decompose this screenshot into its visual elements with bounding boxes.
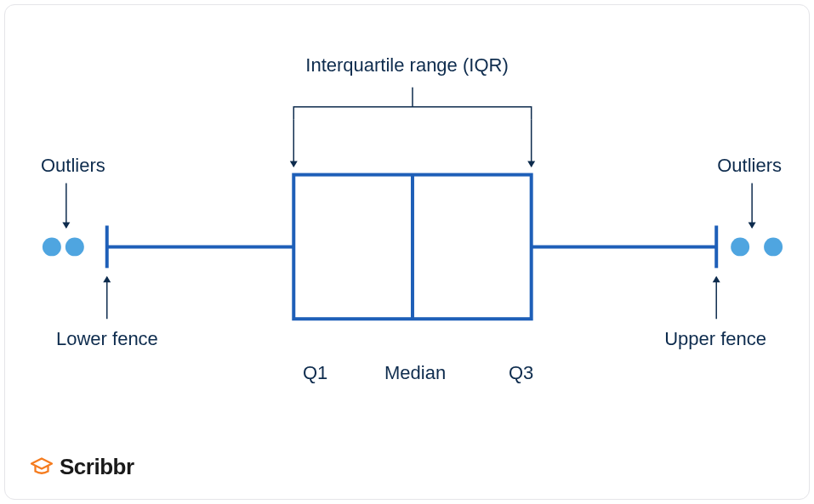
label-q3: Q3	[509, 362, 533, 384]
diagram-frame: Interquartile range (IQR) Outliers Outli…	[4, 4, 810, 500]
label-outliers-right: Outliers	[717, 155, 782, 177]
brand-logo: Scribbr	[29, 454, 134, 480]
label-iqr: Interquartile range (IQR)	[305, 54, 508, 76]
label-upper-fence: Upper fence	[664, 328, 766, 350]
label-lower-fence: Lower fence	[56, 328, 158, 350]
outlier-dot	[65, 237, 84, 256]
brand-name: Scribbr	[60, 454, 134, 480]
label-median: Median	[384, 362, 446, 384]
outlier-dot	[764, 237, 783, 256]
outlier-dot	[43, 237, 61, 256]
graduation-cap-icon	[29, 455, 54, 480]
iqr-bracket	[293, 107, 531, 120]
outlier-dot	[731, 237, 749, 256]
boxplot-svg	[5, 5, 809, 500]
label-q1: Q1	[303, 362, 327, 384]
label-outliers-left: Outliers	[41, 155, 105, 177]
